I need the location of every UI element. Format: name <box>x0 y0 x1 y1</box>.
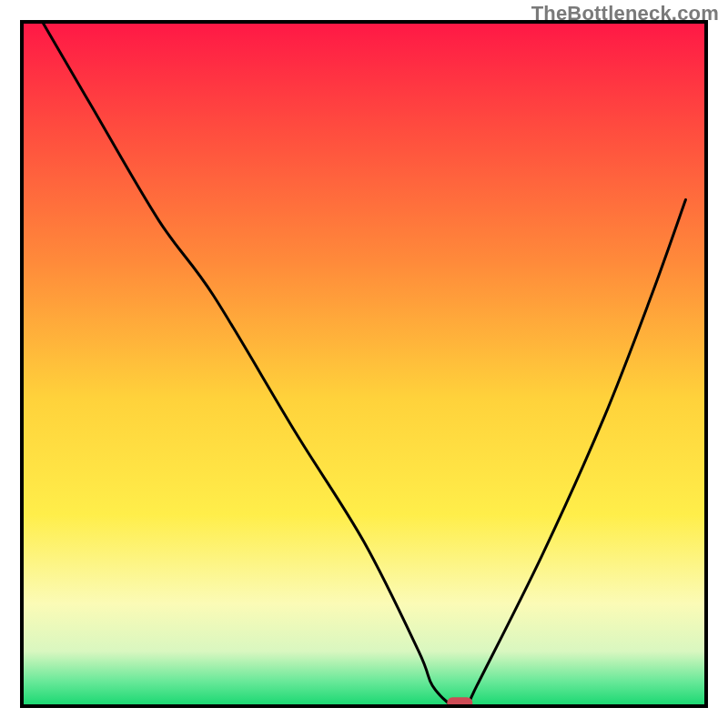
chart-svg <box>0 0 728 728</box>
plot-background <box>22 22 706 706</box>
bottleneck-chart: TheBottleneck.com <box>0 0 728 728</box>
watermark-text: TheBottleneck.com <box>531 2 719 25</box>
